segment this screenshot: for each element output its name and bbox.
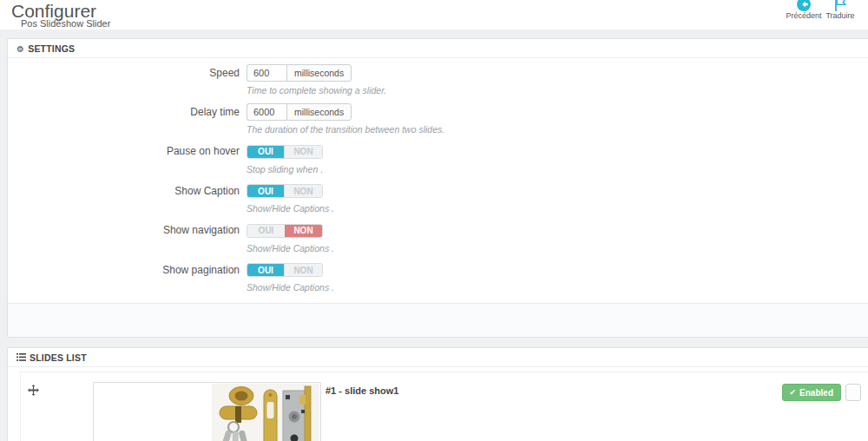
slide-row: #1 - slide show1 ✔ Enabled [21, 372, 868, 441]
settings-panel-footer [8, 303, 868, 337]
show-navigation-oui[interactable]: OUI [247, 225, 285, 237]
form-group-speed: Speed milliseconds Time to complete show… [8, 64, 868, 95]
slides-list-panel: SLIDES LIST [7, 347, 868, 441]
settings-panel-title: SETTINGS [28, 43, 75, 54]
show-pagination-help: Show/Hide Captions . [247, 283, 868, 293]
pause-on-hover-help: Stop sliding when . [247, 165, 868, 174]
list-icon [16, 353, 26, 363]
check-update-label: Véri [858, 11, 868, 20]
show-navigation-label: Show navigation [8, 221, 247, 253]
show-navigation-switch: OUI NON [247, 224, 323, 238]
arrow-circle-left-icon [786, 0, 822, 9]
show-navigation-non[interactable]: NON [285, 225, 322, 237]
slides-panel-header: SLIDES LIST [8, 348, 868, 367]
enabled-status-button[interactable]: ✔ Enabled [782, 384, 841, 401]
form-group-show-navigation: Show navigation OUI NON Show/Hide Captio… [8, 221, 868, 253]
slide-title: #1 - slide show1 [326, 385, 398, 396]
page-header: Configurer Pos Slideshow Slider Précéden… [0, 0, 868, 30]
show-caption-switch: OUI NON [247, 184, 323, 198]
translate-label: Traduire [822, 11, 858, 20]
move-handle-icon[interactable] [28, 384, 39, 399]
form-group-pause-on-hover: Pause on hover OUI NON Stop sliding when… [8, 142, 868, 174]
header-toolbar: Précédent Traduire Véri [786, 0, 868, 20]
check-update-button[interactable]: Véri [858, 0, 868, 20]
settings-panel: ⚙ SETTINGS Speed milliseconds Time to co… [7, 38, 868, 338]
slide-actions: ✔ Enabled [782, 384, 861, 401]
enabled-label: Enabled [799, 388, 833, 398]
speed-input[interactable] [247, 64, 286, 82]
slides-panel-title: SLIDES LIST [30, 352, 87, 363]
settings-form: Speed milliseconds Time to complete show… [8, 58, 868, 293]
settings-panel-header: ⚙ SETTINGS [8, 39, 868, 58]
delay-input[interactable] [247, 103, 286, 121]
pause-on-hover-non[interactable]: NON [285, 146, 322, 158]
delay-unit-addon: milliseconds [286, 103, 352, 121]
form-group-show-caption: Show Caption OUI NON Show/Hide Captions … [8, 182, 868, 214]
show-navigation-help: Show/Hide Captions . [247, 244, 868, 253]
show-pagination-non[interactable]: NON [285, 264, 322, 276]
page-subtitle: Pos Slideshow Slider [21, 18, 868, 29]
delay-label: Delay time [8, 103, 247, 135]
show-caption-non[interactable]: NON [285, 185, 322, 197]
check-icon: ✔ [790, 388, 797, 397]
back-button[interactable]: Précédent [786, 0, 822, 20]
speed-help: Time to complete showing a slider. [247, 86, 868, 95]
gears-icon: ⚙ [16, 44, 24, 54]
slide-thumbnail[interactable] [93, 382, 321, 441]
pause-on-hover-label: Pause on hover [8, 142, 247, 174]
show-caption-help: Show/Hide Captions . [247, 204, 868, 214]
form-group-delay: Delay time milliseconds The duration of … [8, 103, 868, 135]
speed-label: Speed [8, 64, 247, 95]
lock-hardware-image [212, 384, 319, 441]
show-caption-label: Show Caption [8, 182, 247, 214]
slide-edit-button-partial[interactable] [845, 384, 861, 401]
pause-on-hover-switch: OUI NON [247, 145, 323, 159]
translate-button[interactable]: Traduire [822, 0, 858, 20]
show-pagination-label: Show pagination [8, 261, 247, 293]
show-caption-oui[interactable]: OUI [247, 185, 285, 197]
delay-help: The duration of the transition between t… [247, 125, 868, 135]
slides-list-body: #1 - slide show1 ✔ Enabled [8, 367, 868, 441]
back-label: Précédent [786, 11, 822, 20]
show-pagination-oui[interactable]: OUI [247, 264, 285, 276]
speed-unit-addon: milliseconds [286, 64, 352, 82]
check-update-icon [858, 0, 868, 9]
show-pagination-switch: OUI NON [247, 263, 323, 277]
form-group-show-pagination: Show pagination OUI NON Show/Hide Captio… [8, 261, 868, 293]
slides-container: #1 - slide show1 ✔ Enabled [20, 372, 868, 441]
pause-on-hover-oui[interactable]: OUI [247, 146, 285, 158]
flag-icon [822, 0, 858, 9]
